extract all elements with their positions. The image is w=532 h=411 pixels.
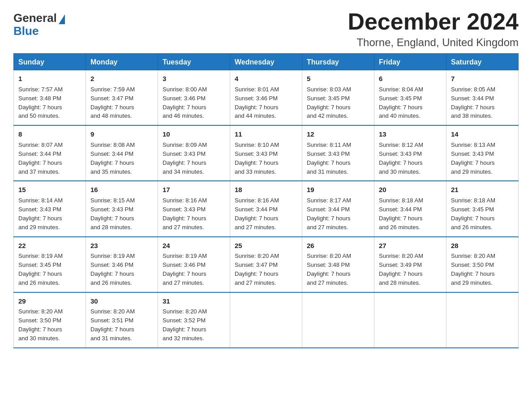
calendar-cell: 3Sunrise: 8:00 AM Sunset: 3:46 PM Daylig…	[158, 70, 230, 126]
week-row-3: 15Sunrise: 8:14 AM Sunset: 3:43 PM Dayli…	[14, 181, 519, 236]
day-info: Sunrise: 8:12 AM Sunset: 3:43 PM Dayligh…	[379, 141, 423, 175]
day-info: Sunrise: 8:13 AM Sunset: 3:43 PM Dayligh…	[451, 141, 495, 175]
day-number: 17	[163, 185, 225, 195]
calendar-cell: 25Sunrise: 8:20 AM Sunset: 3:47 PM Dayli…	[230, 237, 302, 292]
day-info: Sunrise: 8:19 AM Sunset: 3:46 PM Dayligh…	[90, 253, 135, 286]
week-row-1: 1Sunrise: 7:57 AM Sunset: 3:48 PM Daylig…	[14, 70, 519, 126]
day-info: Sunrise: 8:15 AM Sunset: 3:43 PM Dayligh…	[90, 197, 135, 231]
day-number: 15	[18, 185, 81, 195]
calendar-cell: 10Sunrise: 8:09 AM Sunset: 3:43 PM Dayli…	[158, 125, 230, 181]
calendar-cell: 17Sunrise: 8:16 AM Sunset: 3:43 PM Dayli…	[158, 181, 230, 236]
day-number: 31	[163, 296, 225, 306]
day-info: Sunrise: 8:20 AM Sunset: 3:52 PM Dayligh…	[163, 308, 207, 342]
day-info: Sunrise: 8:05 AM Sunset: 3:44 PM Dayligh…	[451, 86, 495, 120]
logo-blue-text: Blue	[13, 24, 39, 38]
day-number: 21	[451, 185, 514, 195]
day-number: 11	[235, 129, 297, 139]
day-info: Sunrise: 7:59 AM Sunset: 3:47 PM Dayligh…	[90, 86, 135, 120]
day-number: 19	[307, 185, 369, 195]
calendar-cell: 4Sunrise: 8:01 AM Sunset: 3:46 PM Daylig…	[230, 70, 302, 126]
day-number: 22	[18, 241, 81, 251]
day-info: Sunrise: 8:10 AM Sunset: 3:43 PM Dayligh…	[235, 141, 279, 175]
day-number: 9	[90, 129, 153, 139]
header-cell-wednesday: Wednesday	[230, 54, 302, 70]
header-cell-friday: Friday	[374, 54, 446, 70]
day-number: 20	[379, 185, 442, 195]
day-number: 12	[307, 129, 369, 139]
calendar-cell: 23Sunrise: 8:19 AM Sunset: 3:46 PM Dayli…	[86, 237, 158, 292]
calendar-title: December 2024	[348, 9, 519, 34]
day-info: Sunrise: 8:20 AM Sunset: 3:50 PM Dayligh…	[451, 253, 495, 286]
calendar-cell: 12Sunrise: 8:11 AM Sunset: 3:43 PM Dayli…	[302, 125, 374, 181]
day-number: 7	[451, 74, 514, 84]
calendar-cell	[446, 292, 519, 348]
day-number: 29	[18, 296, 81, 306]
day-info: Sunrise: 8:17 AM Sunset: 3:44 PM Dayligh…	[307, 197, 351, 231]
day-info: Sunrise: 8:07 AM Sunset: 3:44 PM Dayligh…	[18, 141, 63, 175]
day-info: Sunrise: 8:19 AM Sunset: 3:46 PM Dayligh…	[163, 253, 207, 286]
day-info: Sunrise: 8:00 AM Sunset: 3:46 PM Dayligh…	[163, 86, 207, 120]
calendar-cell: 1Sunrise: 7:57 AM Sunset: 3:48 PM Daylig…	[14, 70, 86, 126]
day-info: Sunrise: 8:20 AM Sunset: 3:48 PM Dayligh…	[307, 253, 351, 286]
day-info: Sunrise: 8:20 AM Sunset: 3:49 PM Dayligh…	[379, 253, 423, 286]
logo-triangle-icon	[59, 14, 65, 24]
day-number: 18	[235, 185, 297, 195]
calendar-cell: 5Sunrise: 8:03 AM Sunset: 3:45 PM Daylig…	[302, 70, 374, 126]
calendar-cell: 2Sunrise: 7:59 AM Sunset: 3:47 PM Daylig…	[86, 70, 158, 126]
day-info: Sunrise: 8:14 AM Sunset: 3:43 PM Dayligh…	[18, 197, 63, 231]
calendar-cell	[230, 292, 302, 348]
calendar-cell: 20Sunrise: 8:18 AM Sunset: 3:44 PM Dayli…	[374, 181, 446, 236]
day-number: 16	[90, 185, 153, 195]
calendar-cell: 15Sunrise: 8:14 AM Sunset: 3:43 PM Dayli…	[14, 181, 86, 236]
calendar-cell	[302, 292, 374, 348]
day-info: Sunrise: 8:16 AM Sunset: 3:43 PM Dayligh…	[163, 197, 207, 231]
calendar-cell: 18Sunrise: 8:16 AM Sunset: 3:44 PM Dayli…	[230, 181, 302, 236]
day-number: 8	[18, 129, 81, 139]
day-number: 23	[90, 241, 153, 251]
day-info: Sunrise: 8:04 AM Sunset: 3:45 PM Dayligh…	[379, 86, 423, 120]
calendar-cell: 24Sunrise: 8:19 AM Sunset: 3:46 PM Dayli…	[158, 237, 230, 292]
calendar-cell: 28Sunrise: 8:20 AM Sunset: 3:50 PM Dayli…	[446, 237, 519, 292]
day-info: Sunrise: 8:18 AM Sunset: 3:44 PM Dayligh…	[379, 197, 423, 231]
day-info: Sunrise: 8:20 AM Sunset: 3:47 PM Dayligh…	[235, 253, 279, 286]
day-info: Sunrise: 8:19 AM Sunset: 3:45 PM Dayligh…	[18, 253, 63, 286]
day-number: 30	[90, 296, 153, 306]
calendar-cell: 16Sunrise: 8:15 AM Sunset: 3:43 PM Dayli…	[86, 181, 158, 236]
logo: General Blue	[13, 9, 65, 38]
day-info: Sunrise: 8:09 AM Sunset: 3:43 PM Dayligh…	[163, 141, 207, 175]
day-number: 1	[18, 74, 81, 84]
day-number: 24	[163, 241, 225, 251]
calendar-cell: 8Sunrise: 8:07 AM Sunset: 3:44 PM Daylig…	[14, 125, 86, 181]
calendar-cell: 22Sunrise: 8:19 AM Sunset: 3:45 PM Dayli…	[14, 237, 86, 292]
day-info: Sunrise: 7:57 AM Sunset: 3:48 PM Dayligh…	[18, 86, 63, 120]
calendar-cell: 9Sunrise: 8:08 AM Sunset: 3:44 PM Daylig…	[86, 125, 158, 181]
calendar-cell: 19Sunrise: 8:17 AM Sunset: 3:44 PM Dayli…	[302, 181, 374, 236]
day-number: 14	[451, 129, 514, 139]
day-number: 27	[379, 241, 442, 251]
week-row-5: 29Sunrise: 8:20 AM Sunset: 3:50 PM Dayli…	[14, 292, 519, 348]
calendar-cell	[374, 292, 446, 348]
day-info: Sunrise: 8:16 AM Sunset: 3:44 PM Dayligh…	[235, 197, 279, 231]
calendar-cell: 30Sunrise: 8:20 AM Sunset: 3:51 PM Dayli…	[86, 292, 158, 348]
day-number: 2	[90, 74, 153, 84]
header-cell-sunday: Sunday	[14, 54, 86, 70]
header-cell-saturday: Saturday	[446, 54, 519, 70]
day-info: Sunrise: 8:20 AM Sunset: 3:50 PM Dayligh…	[18, 308, 63, 342]
calendar-cell: 27Sunrise: 8:20 AM Sunset: 3:49 PM Dayli…	[374, 237, 446, 292]
calendar-table: SundayMondayTuesdayWednesdayThursdayFrid…	[13, 53, 519, 348]
calendar-cell: 11Sunrise: 8:10 AM Sunset: 3:43 PM Dayli…	[230, 125, 302, 181]
page-header: General Blue December 2024 Thorne, Engla…	[13, 9, 519, 49]
title-section: December 2024 Thorne, England, United Ki…	[348, 9, 519, 49]
day-info: Sunrise: 8:20 AM Sunset: 3:51 PM Dayligh…	[90, 308, 135, 342]
day-info: Sunrise: 8:11 AM Sunset: 3:43 PM Dayligh…	[307, 141, 351, 175]
day-number: 28	[451, 241, 514, 251]
header-cell-tuesday: Tuesday	[158, 54, 230, 70]
day-info: Sunrise: 8:08 AM Sunset: 3:44 PM Dayligh…	[90, 141, 135, 175]
calendar-cell: 7Sunrise: 8:05 AM Sunset: 3:44 PM Daylig…	[446, 70, 519, 126]
day-number: 13	[379, 129, 442, 139]
day-number: 4	[235, 74, 297, 84]
calendar-cell: 6Sunrise: 8:04 AM Sunset: 3:45 PM Daylig…	[374, 70, 446, 126]
day-number: 26	[307, 241, 369, 251]
header-row: SundayMondayTuesdayWednesdayThursdayFrid…	[14, 54, 519, 70]
day-info: Sunrise: 8:18 AM Sunset: 3:45 PM Dayligh…	[451, 197, 495, 231]
